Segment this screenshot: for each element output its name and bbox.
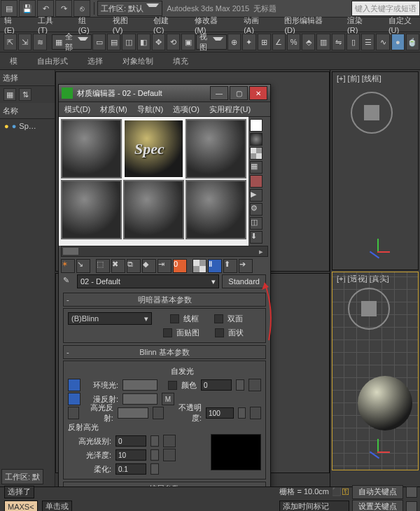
soften-spinner[interactable]: 0.1 — [115, 463, 146, 475]
align-icon[interactable]: ▯ — [346, 34, 360, 50]
set-key-button[interactable]: 设置关键点 — [352, 500, 403, 512]
opacity-spinner[interactable]: 100 — [206, 407, 234, 419]
maximize-button[interactable]: ▢ — [230, 86, 248, 100]
viewport-perspective[interactable]: [+] [透视] [真实] — [332, 272, 419, 470]
tab-selection[interactable]: 选择 — [88, 56, 103, 66]
ambient-lock-icon[interactable] — [68, 379, 80, 391]
select-icon[interactable]: ▭ — [92, 34, 106, 50]
material-id-icon[interactable]: 0 — [173, 259, 187, 273]
make-unique-icon[interactable]: ◆ — [142, 259, 156, 273]
tab-populate[interactable]: 填充 — [173, 56, 188, 66]
opacity-map-button[interactable] — [250, 407, 261, 419]
menu-graph[interactable]: 图形编辑器(D) — [284, 15, 330, 34]
material-map-nav-icon[interactable]: ⬇ — [250, 231, 262, 244]
view-cube[interactable] — [351, 92, 393, 134]
link-tool-icon[interactable]: ⇱ — [4, 34, 17, 50]
workspace-footer[interactable]: 工作区: 默 — [1, 469, 43, 484]
specular-map-button[interactable] — [153, 407, 164, 419]
glossiness-spinner[interactable]: 10 — [115, 449, 146, 461]
spinner-up-down[interactable] — [238, 407, 246, 419]
me-menu-navigation[interactable]: 导航(N) — [137, 104, 163, 115]
search-box[interactable]: 键入关键字或短语 — [351, 1, 420, 16]
ref-coord-dropdown[interactable]: 视图 — [196, 34, 227, 50]
sample-slot[interactable] — [61, 119, 122, 178]
bind-icon[interactable]: ≋ — [33, 34, 46, 50]
spec-level-map-button[interactable] — [163, 435, 176, 447]
app-menu-icon[interactable]: ▤ — [1, 0, 18, 17]
name-column[interactable]: 名称 — [0, 103, 55, 119]
save-icon[interactable]: 💾 — [19, 0, 36, 17]
material-editor-titlebar[interactable]: 材质编辑器 - 02 - Default — ▢ ✕ — [59, 85, 270, 102]
sample-scrollbar[interactable]: ▸ — [61, 246, 268, 257]
move-icon[interactable]: ✥ — [152, 34, 165, 50]
tab-freeform[interactable]: 自由形式 — [37, 56, 68, 66]
diffuse-swatch[interactable] — [122, 393, 158, 405]
gloss-map-button[interactable] — [163, 449, 176, 461]
pick-material-icon[interactable]: ✎ — [63, 276, 74, 287]
key-icon[interactable]: ⬛⚿ — [332, 487, 349, 496]
sample-slot[interactable] — [186, 180, 246, 239]
curve-editor-icon[interactable]: ∿ — [376, 34, 389, 50]
workspace-dropdown[interactable]: 工作区: 默认 — [97, 1, 162, 16]
sample-slot[interactable] — [186, 119, 246, 178]
display-filter-icon[interactable]: ▦ — [4, 88, 16, 101]
sample-slot[interactable] — [61, 180, 122, 239]
face-map-checkbox[interactable] — [163, 328, 172, 337]
unlink-tool-icon[interactable]: ⇲ — [18, 34, 31, 50]
go-to-parent-icon[interactable]: ⬆ — [223, 259, 237, 273]
wire-checkbox[interactable] — [170, 314, 179, 323]
spinner-snap-icon[interactable]: ⬘ — [302, 34, 315, 50]
redo-icon[interactable]: ↷ — [55, 0, 72, 17]
spinner-up-down[interactable] — [150, 449, 159, 461]
specular-level-spinner[interactable]: 0 — [115, 435, 146, 447]
menu-render[interactable]: 渲染(R) — [347, 15, 372, 34]
sample-slot-selected[interactable] — [123, 119, 184, 178]
go-forward-icon[interactable]: ➔ — [239, 259, 253, 273]
layers-icon[interactable]: ☰ — [361, 34, 374, 50]
spinner-up-down[interactable] — [150, 463, 159, 475]
material-name-dropdown[interactable]: 02 - Default▾ — [77, 274, 219, 288]
rollout-blinn-basic[interactable]: -Blinn 基本参数 — [63, 345, 266, 359]
menu-animation[interactable]: 动画(A) — [244, 15, 267, 34]
put-to-scene-icon[interactable]: ↘ — [76, 259, 90, 273]
sphere-object[interactable] — [358, 376, 412, 430]
selfillum-spinner[interactable]: 0 — [201, 379, 232, 391]
selfillum-color-checkbox[interactable] — [168, 381, 177, 390]
ambient-swatch[interactable] — [122, 379, 158, 391]
faceted-checkbox[interactable] — [215, 328, 224, 337]
scene-item[interactable]: ● ● Sp… — [0, 119, 55, 133]
tab-objpaint[interactable]: 对象绘制 — [122, 56, 153, 66]
me-menu-utilities[interactable]: 实用程序(U) — [209, 104, 251, 115]
minimize-button[interactable]: — — [210, 86, 228, 100]
key-filters-icon[interactable] — [406, 486, 417, 498]
mirror-icon[interactable]: ⇋ — [332, 34, 345, 50]
rotate-icon[interactable]: ⟲ — [167, 34, 180, 50]
selection-filter-dropdown[interactable]: ▦ 全部 — [52, 34, 92, 50]
menu-create[interactable]: 创建(C) — [153, 15, 178, 34]
make-copy-icon[interactable]: ⧉ — [127, 259, 141, 273]
backlight-icon[interactable] — [250, 133, 262, 146]
menu-customize[interactable]: 自定义(U) — [388, 15, 420, 34]
sort-icon[interactable]: ⇅ — [19, 88, 31, 101]
background-icon[interactable] — [250, 147, 262, 160]
snap-icon[interactable]: ⊞ — [258, 34, 271, 50]
sample-uv-icon[interactable]: ▦ — [250, 161, 262, 174]
make-preview-icon[interactable]: ▶ — [250, 189, 262, 202]
scale-icon[interactable]: ▣ — [181, 34, 195, 50]
spinner-up-down[interactable] — [236, 379, 244, 391]
auto-key-button[interactable]: 自动关键点 — [352, 485, 403, 499]
sample-type-icon[interactable] — [250, 119, 262, 132]
get-material-icon[interactable]: ✶ — [61, 259, 75, 273]
center-icon[interactable]: ⊕ — [227, 34, 241, 50]
close-button[interactable]: ✕ — [249, 86, 267, 100]
show-end-result-icon[interactable]: Ⅱ — [208, 259, 222, 273]
manip-icon[interactable]: ✦ — [242, 34, 255, 50]
link-icon[interactable]: ⎋ — [74, 0, 90, 17]
angle-snap-icon[interactable]: ∠ — [272, 34, 286, 50]
select-name-icon[interactable]: ▤ — [107, 34, 120, 50]
viewport-label[interactable]: [+] [前] [线框] — [337, 74, 382, 84]
sample-slot[interactable] — [123, 180, 184, 239]
time-tag[interactable]: 添加时间标记 — [279, 500, 349, 512]
tab-modeling[interactable]: 模 — [10, 56, 18, 66]
material-type-button[interactable]: Standard — [222, 274, 266, 288]
